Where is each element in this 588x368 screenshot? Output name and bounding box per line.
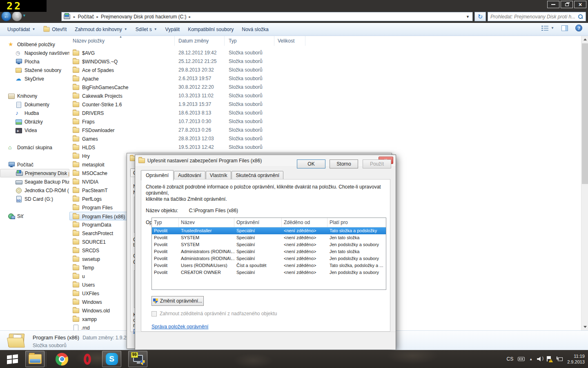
perm-col-inherited[interactable]: Zděděno od (282, 218, 327, 227)
toolbar-button[interactable]: Zahrnout do knihovny (71, 25, 131, 34)
action-center-flag-icon[interactable] (546, 356, 552, 362)
file-name: UXFiles (82, 291, 99, 296)
taskbar-explorer-button[interactable] (25, 351, 45, 367)
show-hidden-icons-button[interactable] (529, 357, 532, 361)
sidebar-item[interactable]: Jednotka CD-ROM ( (0, 186, 69, 195)
help-button[interactable] (575, 25, 582, 31)
permission-row[interactable]: Povolit Administrators (RODINA\... Speci… (152, 255, 386, 262)
toolbar-button[interactable]: Kompatibilní soubory (184, 25, 238, 34)
perm-col-permission[interactable]: Oprávnění (234, 218, 282, 227)
sidebar-item[interactable]: Obrázky (0, 117, 69, 126)
file-row[interactable]: Apache 2.6.2013 19:57 Složka souborů (69, 74, 305, 83)
permission-row[interactable]: Povolit CREATOR OWNER Speciální <není zd… (152, 269, 386, 276)
column-headers: Název položky Datum změny Typ Velikost (69, 36, 305, 46)
toolbar-button[interactable]: Sdílet s (131, 25, 161, 34)
file-row[interactable]: FSDownloader 27.8.2013 0:26 Složka soubo… (69, 126, 305, 135)
manage-permissions-link[interactable]: Správa položek oprávnění (151, 324, 208, 330)
sidebar-item[interactable]: SD Card (G:) (0, 195, 69, 203)
file-row[interactable]: HLDS 19.5.2013 12:42 Složka souborů (69, 143, 305, 152)
column-header-type[interactable]: Typ (225, 36, 274, 46)
change-permissions-button[interactable]: Změnit oprávnění... (151, 296, 204, 306)
vertical-scrollbar[interactable] (581, 36, 588, 330)
folder-icon (73, 180, 79, 184)
forward-button[interactable] (12, 11, 22, 21)
permission-row[interactable]: Povolit TrustedInstaller Speciální <není… (152, 227, 386, 234)
keyboard-icon[interactable] (518, 357, 525, 361)
cdrom-icon (16, 187, 22, 193)
taskbar-opera-button[interactable] (78, 351, 97, 367)
sidebar-item[interactable]: Domácí skupina (0, 143, 69, 152)
minimize-button[interactable] (547, 1, 559, 8)
ok-button[interactable]: OK (297, 159, 325, 168)
monitor-icon: 99 (132, 354, 144, 364)
dialog-tab[interactable]: Oprávnění (141, 170, 174, 181)
taskbar-skype-button[interactable]: S (102, 351, 121, 367)
perm-col-name[interactable]: Název (179, 218, 234, 227)
file-row[interactable]: DRIVERS 18.6.2013 8:13 Složka souborů (69, 109, 305, 117)
sidebar-item[interactable]: Knihovny (0, 92, 69, 100)
perm-col-type[interactable]: Typ (152, 218, 179, 227)
sidebar-item[interactable]: Naposledy navštíven (0, 49, 69, 57)
address-dropdown-icon[interactable] (463, 12, 472, 21)
breadcrumb-computer[interactable]: Počítač (78, 14, 94, 20)
breadcrumb-drive[interactable]: Prejmenovany Disk proti hackerum (C:) (101, 14, 186, 20)
address-bar[interactable]: Počítač Prejmenovany Disk proti hackerum… (61, 12, 473, 21)
file-date: 28.8.2013 12:03 (178, 136, 214, 141)
sidebar-item[interactable]: Prejmenovany Disk p (0, 169, 69, 177)
close-button[interactable] (574, 1, 586, 8)
documents-icon (16, 101, 22, 108)
file-row[interactable]: Cakewalk Projects 10.3.2013 11:02 Složka… (69, 92, 305, 100)
taskbar-game-server-button[interactable]: 99 (128, 351, 147, 367)
language-indicator[interactable]: CS (507, 356, 514, 362)
toolbar-button[interactable]: Nová složka (238, 25, 272, 34)
view-options-button[interactable] (541, 25, 554, 31)
sidebar-item[interactable]: Oblíbené položky (0, 40, 69, 49)
permission-row[interactable]: Povolit SYSTEM Speciální <není zděděno> … (152, 234, 386, 241)
sidebar-item[interactable]: Stažené soubory (0, 66, 69, 74)
search-box[interactable] (488, 12, 586, 21)
sidebar-item[interactable]: Seagate Backup Plus (0, 177, 69, 186)
scroll-down-button[interactable] (581, 323, 588, 330)
toolbar-button[interactable]: Uspořádat (3, 25, 39, 34)
file-row[interactable]: Counter-Strike 1.6 1.9.2013 15:37 Složka… (69, 100, 305, 109)
refresh-button[interactable] (474, 12, 486, 21)
sidebar-item[interactable]: Počítač (0, 160, 69, 169)
permission-row[interactable]: Povolit SYSTEM Speciální <není zděděno> … (152, 241, 386, 248)
network-icon[interactable] (557, 357, 563, 362)
preview-pane-button[interactable] (561, 25, 568, 31)
back-button[interactable] (1, 11, 11, 21)
permission-row[interactable]: Povolit Users (RODINA\Users) Číst a spou… (152, 262, 386, 269)
start-button[interactable] (5, 353, 20, 365)
sidebar-item[interactable]: Hudba (0, 109, 69, 117)
restore-button[interactable] (561, 1, 573, 8)
scroll-up-button[interactable] (581, 36, 588, 43)
toolbar-button[interactable]: Vypálit (161, 25, 184, 34)
speaker-icon[interactable] (537, 357, 542, 361)
sidebar-item[interactable]: Síť (0, 212, 69, 220)
file-row[interactable]: Fraps 10.7.2013 0:30 Složka souborů (69, 117, 305, 126)
sidebar-item[interactable]: Dokumenty (0, 100, 69, 109)
file-date: 25.12.2012 21:25 (178, 58, 216, 64)
column-header-size[interactable]: Velikost (274, 36, 305, 46)
apply-button[interactable]: Použít (363, 159, 391, 168)
file-row[interactable]: $WINDOWS.~Q 25.12.2012 21:25 Složka soub… (69, 57, 305, 66)
inherit-checkbox[interactable] (151, 311, 157, 316)
file-row[interactable]: BigFishGamesCache 30.8.2012 22:20 Složka… (69, 83, 305, 92)
file-row[interactable]: Games 28.8.2013 12:03 Složka souborů (69, 135, 305, 143)
search-input[interactable] (490, 14, 578, 20)
perm-col-applies[interactable]: Platí pro (327, 218, 385, 227)
sidebar-item[interactable]: Plocha (0, 57, 69, 66)
column-header-name[interactable]: Název položky (69, 36, 175, 46)
cancel-button[interactable]: Storno (330, 159, 358, 168)
permission-row[interactable]: Povolit Administrators (RODINA\... Speci… (152, 248, 386, 255)
file-row[interactable]: Ace of Spades 29.8.2013 20:32 Složka sou… (69, 66, 305, 74)
sidebar-item[interactable]: Videa (0, 126, 69, 135)
file-row[interactable]: $AVG 28.12.2012 19:42 Složka souborů (69, 49, 305, 57)
recent-pages-chevron-icon[interactable] (22, 13, 26, 18)
scrollbar-thumb[interactable] (582, 43, 588, 184)
sidebar-item[interactable]: SkyDrive (0, 74, 69, 83)
column-header-date[interactable]: Datum změny (175, 36, 225, 46)
toolbar-button[interactable]: Otevřít (39, 25, 71, 34)
clock[interactable]: 11:19 2.9.2013 (567, 353, 585, 365)
taskbar-chrome-button[interactable] (52, 351, 71, 367)
